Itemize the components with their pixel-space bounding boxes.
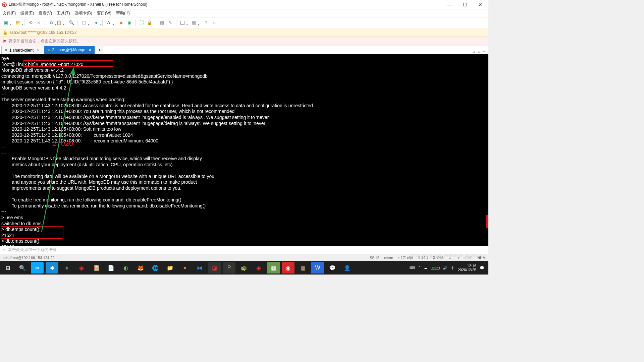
taskbar-firefox[interactable]: 🦊 — [134, 262, 147, 274]
tray-expand-icon[interactable]: ˄ — [418, 266, 420, 270]
tray-battery[interactable]: 100% — [431, 266, 439, 270]
terminal[interactable]: bye [root@Linux bin]# ./mongo --port 270… — [0, 54, 488, 246]
tray-keyboard-icon[interactable]: ⌨ — [410, 266, 415, 270]
tray-clock[interactable]: 12:16 2020/12/25 — [458, 264, 476, 272]
tab-next-icon[interactable]: ► — [477, 50, 481, 54]
menu-tabs[interactable]: 选项卡(B) — [75, 10, 92, 16]
calc-button[interactable]: ▦ — [159, 19, 165, 26]
menu-help[interactable]: 帮助(H) — [116, 10, 130, 16]
status-cap: CAP — [465, 256, 473, 260]
tab-list-icon[interactable]: ▾ — [483, 50, 485, 54]
taskbar-app-5[interactable]: 📔 — [90, 262, 103, 274]
menu-icon[interactable]: ≡ — [3, 247, 5, 253]
taskbar-wechat[interactable]: 💬 — [326, 262, 339, 274]
tray-cloud-icon[interactable]: ☁ — [424, 266, 427, 270]
taskbar-app-9[interactable]: ◪ — [208, 262, 221, 274]
status-sessions: 2 会话 — [433, 255, 443, 260]
color-button[interactable]: ● — [93, 19, 100, 26]
taskbar-app-11[interactable]: ▦ — [267, 262, 280, 274]
font-button[interactable]: A — [105, 19, 112, 26]
tab-close-icon[interactable]: ✕ — [89, 48, 91, 52]
grid-button[interactable]: ▦ — [191, 19, 197, 26]
open-button[interactable]: 📂 — [15, 19, 21, 26]
tab-bar: 1 shard-client ✕ 2 Linux操作Mongo ✕ + ◄ ► … — [0, 46, 488, 54]
status-num: NUM — [477, 256, 486, 260]
menu-edit[interactable]: 编辑(E) — [20, 10, 34, 16]
fullscreen-button[interactable]: ⛶ — [138, 19, 145, 26]
maximize-button[interactable]: ☐ — [460, 2, 470, 7]
tray-notifications-icon[interactable]: 💬 — [480, 266, 484, 270]
lock-icon: 🔒 — [3, 30, 8, 35]
highlight-button[interactable]: ✎ — [167, 19, 173, 26]
window-title: Linux操作Mongo - root@Linux:~/mongo/bin - … — [9, 2, 445, 7]
tab-shard-client[interactable]: 1 shard-client ✕ — [1, 46, 43, 54]
tray-date: 2020/12/25 — [458, 268, 476, 272]
hint-text: 要添加当前会话，点击左侧的箭头按钮。 — [8, 38, 81, 44]
taskbar-app-8[interactable]: ● — [178, 262, 191, 274]
quick-command-hint: 双击此处添加一个新的按钮。 — [8, 247, 60, 253]
taskbar-app-12[interactable]: ◉ — [282, 262, 294, 274]
tab-close-icon[interactable]: ✕ — [37, 48, 40, 52]
status-bar: ssh://root@192.168.153.124:22 SSH2 xterm… — [0, 254, 488, 261]
lock-button[interactable]: 🔒 — [146, 19, 153, 26]
hint-bar: ⚑ 要添加当前会话，点击左侧的箭头按钮。 — [0, 37, 488, 46]
reconnect-button[interactable]: ⟲ — [27, 19, 34, 26]
tab-linux-mongo[interactable]: 2 Linux操作Mongo ✕ — [44, 46, 95, 54]
terminal-output: bye [root@Linux bin]# ./mongo --port 270… — [1, 56, 313, 246]
taskbar-app-13[interactable]: ▦ — [297, 262, 309, 274]
help-button[interactable]: ? — [203, 19, 210, 26]
xftp-button[interactable]: ◉ — [126, 19, 132, 26]
taskbar-explorer[interactable]: 📁 — [164, 262, 176, 274]
copy-button[interactable]: ⧉ — [48, 19, 54, 26]
address-text: ssh://root:******@192.168.153.124:22 — [10, 30, 77, 35]
sessions-button[interactable]: ⬚ — [80, 19, 87, 26]
about-button[interactable]: ☼ — [211, 19, 218, 26]
taskbar-app-10[interactable]: 🐢 — [237, 262, 250, 274]
status-dot-icon — [5, 49, 7, 51]
disconnect-button[interactable]: ⨯ — [35, 19, 42, 26]
address-bar[interactable]: 🔒 ssh://root:******@192.168.153.124:22 — [0, 28, 488, 37]
taskbar-app-3[interactable]: ♠ — [60, 262, 73, 274]
taskbar-wps[interactable]: W — [311, 262, 324, 274]
toolbar: ▣ 📂 ⟲ ⨯ ⧉ 📋 🔍 ⬚ ● A ◆ ◉ ⛶ 🔒 ▦ ✎ ▦ ? ☼ — [0, 17, 488, 28]
taskbar-app-1[interactable]: ∞ — [31, 262, 44, 274]
status-nav-up-icon[interactable]: ▲ — [448, 256, 452, 260]
taskbar-app-2[interactable]: ✱ — [46, 262, 58, 274]
menu-view[interactable]: 查看(V) — [39, 10, 52, 16]
titlebar: Linux操作Mongo - root@Linux:~/mongo/bin - … — [0, 0, 488, 9]
xagent-button[interactable]: ◆ — [118, 19, 124, 26]
taskbar-xshell[interactable]: ◉ — [252, 262, 265, 274]
tab-prev-icon[interactable]: ◄ — [472, 50, 475, 54]
minimize-button[interactable]: — — [445, 2, 454, 7]
app-icon — [2, 2, 7, 7]
taskbar-app-14[interactable]: 👤 — [341, 262, 354, 274]
taskbar-app-4[interactable]: ◉ — [75, 262, 88, 274]
layout-button[interactable] — [179, 19, 186, 26]
status-size: ↕ 171x34 — [398, 256, 413, 260]
close-button[interactable]: ✕ — [476, 2, 485, 7]
taskbar-pycharm[interactable]: P — [223, 262, 235, 274]
menu-file[interactable]: 文件(F) — [3, 10, 16, 16]
tray-time: 12:16 — [458, 264, 476, 268]
status-protocol: SSH2 — [370, 256, 379, 260]
search-button[interactable]: 🔍 — [16, 262, 29, 274]
taskbar-app-7[interactable]: ◐ — [119, 262, 132, 274]
status-dot-icon — [48, 49, 50, 51]
status-connection: ssh://root@192.168.153.124:22 — [3, 256, 54, 260]
quick-command-bar[interactable]: ≡ 双击此处添加一个新的按钮。 — [0, 246, 488, 254]
new-session-button[interactable]: ▣ — [3, 19, 9, 26]
menu-window[interactable]: 窗口(W) — [97, 10, 111, 16]
search-button[interactable]: 🔍 — [68, 19, 75, 26]
menu-tools[interactable]: 工具(T) — [57, 10, 70, 16]
taskbar-app-6[interactable]: 📄 — [105, 262, 117, 274]
status-nav-down-icon[interactable]: ▼ — [457, 256, 460, 260]
tab-label: 1 shard-client — [9, 48, 34, 53]
tab-add-button[interactable]: + — [96, 46, 103, 54]
taskbar-chrome[interactable]: 🌐 — [149, 262, 162, 274]
tray-volume-icon[interactable]: 🔊 — [443, 266, 447, 270]
taskbar-vscode[interactable]: ⧓ — [193, 262, 206, 274]
tray-ime-icon[interactable]: 中 — [451, 265, 454, 270]
menubar: 文件(F) 编辑(E) 查看(V) 工具(T) 选项卡(B) 窗口(W) 帮助(… — [0, 9, 488, 17]
paste-button[interactable]: 📋 — [56, 19, 62, 26]
start-button[interactable]: ⊞ — [1, 262, 14, 274]
